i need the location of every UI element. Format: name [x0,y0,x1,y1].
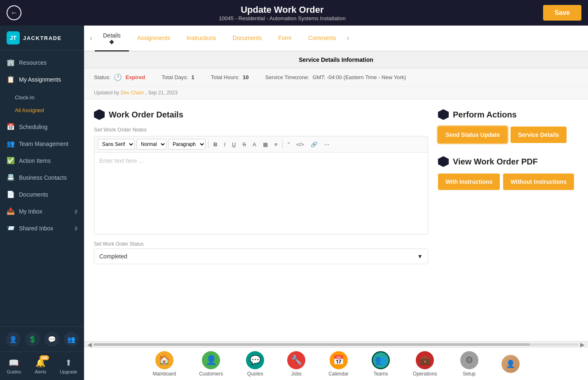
more-button[interactable]: ⋯ [321,140,332,149]
sidebar-item-business-contacts[interactable]: 📇 Business Contacts [0,169,84,186]
quotes-label: Quotes [247,371,263,377]
shared-inbox-icon: 📨 [7,224,15,232]
sidebar-label-my-assignments: My Assignments [19,76,61,83]
scheduling-icon: 📅 [7,123,15,131]
documents-icon: 📄 [7,190,15,198]
nav-jobs[interactable]: 🔧 Jobs [276,348,317,380]
size-select[interactable]: Normal [136,139,166,150]
rte-content-area[interactable]: Enter text here ... [94,152,428,235]
sidebar-sub-nav: Clock-In All Assigned [0,88,84,118]
with-instructions-button[interactable]: With Instructions [438,174,500,190]
sidebar-alerts[interactable]: 🔔 268 Alerts [31,355,49,377]
without-instructions-button[interactable]: Without Instructions [503,174,574,190]
sidebar-dollar-icon[interactable]: 💲 [25,332,40,347]
sidebar-upgrade[interactable]: ⬆ Upgrade [56,355,80,377]
code-button[interactable]: </> [294,140,307,149]
content-scroll: Work Order Details Set Work Order Notes … [84,99,588,341]
quotes-icon-wrap: 💬 [246,351,264,369]
mainboard-icon-wrap: 🏠 [155,351,173,369]
font-select[interactable]: Sans Serif [98,139,135,150]
sidebar-item-clock-in[interactable]: Clock-In [0,91,84,104]
sidebar-group-icon[interactable]: 👥 [64,332,79,347]
link-button[interactable]: 🔗 [308,140,320,149]
page-subtitle: 10045 - Residential - Automation Systems… [219,15,346,21]
align-button[interactable]: ≡ [272,140,280,149]
strikethrough-button[interactable]: S [240,140,248,149]
sidebar-label-resources: Resources [19,59,47,66]
status-clock-icon: 🕐 [114,73,122,81]
tab-form[interactable]: Form [270,28,300,49]
bold-button[interactable]: B [211,140,220,149]
setup-icon-wrap: ⚙ [460,351,478,369]
sidebar-item-all-assigned[interactable]: All Assigned [0,104,84,117]
text-color-button[interactable]: A [250,140,259,149]
sidebar-item-scheduling[interactable]: 📅 Scheduling [0,118,84,135]
user-avatar: 👤 [501,355,520,373]
service-info-bar: Service Details Information Status: 🕐 Ex… [84,52,588,99]
horizontal-scrollbar[interactable]: ◀ ▶ [84,341,588,347]
tab-prev-arrow[interactable]: ‹ [87,34,95,42]
sidebar-person-icon[interactable]: 👤 [6,332,21,347]
bottom-nav: 🏠 Mainboard 👤 Customers 💬 Quotes 🔧 Jobs … [84,347,588,380]
tab-documents[interactable]: Documents [225,28,270,49]
rte-placeholder: Enter text here ... [99,157,143,164]
send-status-update-button[interactable]: Send Status Update [438,127,507,143]
operations-label: Operations [413,371,437,377]
nav-mainboard[interactable]: 🏠 Mainboard [141,348,187,380]
business-contacts-icon: 📇 [7,174,15,181]
sidebar-item-shared-inbox[interactable]: 📨 Shared Inbox β [0,220,84,237]
toolbar-divider-1 [208,140,208,148]
service-info-details: Status: 🕐 Expired Total Days: 1 Total Ho… [84,68,588,86]
format-select[interactable]: Paragraph [168,139,206,150]
updated-by: Dev Cham [121,90,144,96]
sidebar-item-documents[interactable]: 📄 Documents [0,186,84,203]
nav-setup[interactable]: ⚙ Setup [449,348,490,380]
sidebar-label-my-inbox: My Inbox [19,208,42,215]
sidebar-item-action-items[interactable]: ✅ Action Items [0,152,84,169]
pdf-section-title: View Work Order PDF [438,156,578,167]
status-section: Set Work Order Status Completed ▼ [94,241,428,264]
nav-calendar[interactable]: 📅 Calendar [317,348,360,380]
perform-actions-heading: Perform Actions [453,110,517,120]
sidebar-chat-icon[interactable]: 💬 [45,332,59,347]
highlight-button[interactable]: ▦ [260,140,270,149]
tab-details[interactable]: Details [95,26,129,52]
sidebar-footer-icons: 👤 💲 💬 👥 [0,326,84,352]
sidebar-item-my-assignments[interactable]: 📋 My Assignments [0,71,84,88]
nav-teams[interactable]: 👥 Teams [360,348,401,380]
nav-avatar[interactable]: 👤 [490,352,531,376]
nav-customers[interactable]: 👤 Customers [187,348,234,380]
nav-quotes[interactable]: 💬 Quotes [234,348,276,380]
status-label: Status: [94,74,110,80]
nav-operations[interactable]: 💼 Operations [401,348,449,380]
tab-next-arrow[interactable]: › [344,34,352,42]
sidebar: JT JACKTRADE 🏢 Resources 📋 My Assignment… [0,26,84,380]
sidebar-item-team-management[interactable]: 👥 Team Management [0,135,84,152]
info-updated: Updated by Dev Cham , Sep 21, 2023 [84,86,588,99]
total-hours-value: 10 [243,74,248,80]
content-area: ‹ Details Assignments Instructions Docum… [84,26,588,380]
main-layout: JT JACKTRADE 🏢 Resources 📋 My Assignment… [0,26,588,380]
timezone-info: Service Timezone: GMT: -04:00 (Eastern T… [265,74,406,80]
sidebar-item-my-inbox[interactable]: 📥 My Inbox β [0,203,84,220]
sidebar-label-shared-inbox: Shared Inbox [19,225,53,232]
sidebar-label-clock-in: Clock-In [15,94,35,101]
sidebar-guides[interactable]: 📖 Guides [3,355,24,377]
service-details-button[interactable]: Service Details [511,127,567,143]
save-button[interactable]: Save [543,5,581,21]
tab-comments[interactable]: Comments [300,28,344,49]
tab-instructions[interactable]: Instructions [178,28,225,49]
underline-button[interactable]: U [230,140,238,149]
tab-assignments[interactable]: Assignments [129,28,178,49]
total-days-label: Total Days: [162,74,188,80]
back-button[interactable]: ← [7,5,21,20]
jobs-label: Jobs [291,371,301,377]
quote-button[interactable]: " [285,140,292,149]
my-inbox-beta: β [75,209,77,214]
sidebar-item-resources[interactable]: 🏢 Resources [0,54,84,71]
logo-icon: JT [7,31,20,45]
timezone-label: Service Timezone: [265,74,309,80]
italic-button[interactable]: I [221,140,228,149]
mainboard-label: Mainboard [152,371,176,377]
status-select[interactable]: Completed ▼ [94,249,428,264]
